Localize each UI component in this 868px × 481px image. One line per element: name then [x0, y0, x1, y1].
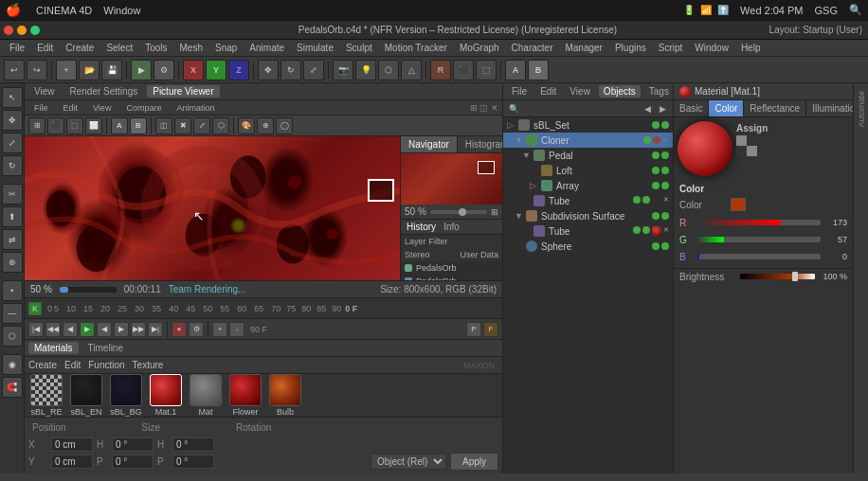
vtab-automate[interactable]: Automate	[856, 87, 867, 132]
pv-edit[interactable]: Edit	[58, 102, 84, 114]
menu-edit[interactable]: Edit	[31, 41, 59, 55]
tab-timeline[interactable]: Timeline	[82, 342, 129, 354]
pv-tb-7[interactable]: ◫	[155, 117, 172, 134]
menu-window[interactable]: Window	[689, 41, 734, 55]
obj-item-sbl-set[interactable]: ▷ sBL_Set	[503, 117, 673, 133]
mat-item-sbl-bg[interactable]: sBL_BG	[110, 374, 142, 417]
mat-function[interactable]: Function	[88, 360, 124, 370]
mat-item-mat[interactable]: Mat	[190, 374, 222, 417]
pin-btn[interactable]: P	[466, 322, 481, 337]
prev-key-btn[interactable]: ◀◀	[45, 322, 61, 337]
omtab-objects[interactable]: Objects	[599, 85, 641, 98]
menu-select[interactable]: Select	[100, 41, 138, 55]
menu-animate[interactable]: Animate	[244, 41, 290, 55]
mat-ed-reflectance[interactable]: Reflectance	[744, 100, 806, 116]
render-view-btn[interactable]: R	[430, 60, 451, 80]
pv-tb-13[interactable]: ◯	[276, 117, 293, 134]
pos-x[interactable]: 0 cm	[51, 437, 93, 452]
search-icon[interactable]: 🔍	[849, 4, 862, 16]
zoom-progress[interactable]	[60, 287, 117, 293]
tab-render-settings[interactable]: Render Settings	[64, 85, 144, 98]
menu-create[interactable]: Create	[60, 41, 99, 55]
play-reverse-btn[interactable]: ◀	[97, 322, 112, 337]
poly-mode[interactable]: ⬡	[2, 326, 23, 347]
new-btn[interactable]: +	[56, 60, 77, 80]
key-green[interactable]: K	[28, 302, 42, 315]
menu-motion-tracker[interactable]: Motion Tracker	[379, 41, 453, 55]
pv-compare[interactable]: Compare	[120, 102, 167, 114]
pv-file[interactable]: File	[28, 102, 54, 114]
obj-item-pedal[interactable]: ▼ Pedal	[503, 148, 673, 163]
b-slider[interactable]	[696, 254, 821, 259]
extrude-tool[interactable]: ⬆	[2, 206, 23, 227]
om-search[interactable]: 🔍	[507, 102, 520, 116]
size-h[interactable]: 0 °	[112, 437, 154, 452]
omtab-edit[interactable]: Edit	[535, 85, 561, 98]
pv-view[interactable]: View	[87, 102, 117, 114]
tab-histogram[interactable]: Histogram	[458, 136, 502, 152]
pv-tb-11[interactable]: 🎨	[238, 117, 255, 134]
auto-key-btn[interactable]: ⚙	[189, 322, 204, 337]
tab-view[interactable]: View	[28, 85, 61, 98]
brightness-slider[interactable]	[740, 274, 815, 279]
undo-btn[interactable]: ↩	[4, 60, 25, 80]
viewport-solo[interactable]: ◉	[2, 354, 23, 375]
pos-y[interactable]: 0 cm	[51, 454, 93, 469]
fx-btn[interactable]: F	[483, 322, 498, 337]
omtab-view[interactable]: View	[565, 85, 595, 98]
om-nav-prev[interactable]: ◀	[641, 102, 654, 116]
menu-simulate[interactable]: Simulate	[291, 41, 339, 55]
pv-alpha[interactable]: A	[111, 117, 128, 134]
tab-picture-viewer[interactable]: Picture Viewer	[147, 85, 219, 98]
omtab-tags[interactable]: Tags	[644, 85, 674, 98]
snap-tool[interactable]: 🧲	[2, 377, 23, 398]
render-settings-btn[interactable]: ⚙	[154, 60, 174, 80]
nav-item-1[interactable]: PedalsOrb	[401, 261, 502, 275]
obj-item-subd[interactable]: ▼ Subdivision Surface	[503, 208, 673, 223]
nav-zoom-slider[interactable]	[430, 210, 487, 214]
pv-tb-9[interactable]: ⤢	[193, 117, 210, 134]
pv-tb-8[interactable]: ✖	[174, 117, 191, 134]
menu-mesh[interactable]: Mesh	[174, 41, 208, 55]
mat-ed-color[interactable]: Color	[709, 100, 744, 116]
tab-materials[interactable]: Materials	[28, 342, 79, 354]
obj-item-array[interactable]: ▷ Array	[503, 178, 673, 193]
scale-btn[interactable]: ⤢	[303, 60, 324, 80]
pv-animation[interactable]: Animation	[171, 102, 220, 114]
pv-tb-12[interactable]: ⊕	[257, 117, 274, 134]
menu-help[interactable]: Help	[735, 41, 767, 55]
add-key-btn[interactable]: +	[212, 322, 227, 337]
point-mode[interactable]: •	[2, 280, 23, 301]
poly-btn[interactable]: △	[401, 60, 422, 80]
pv-tb-10[interactable]: ⬡	[212, 117, 229, 134]
mat-ed-basic[interactable]: Basic	[674, 100, 709, 116]
nav-preview-region[interactable]	[478, 161, 495, 174]
mat-item-sbl-en[interactable]: sBL_EN	[70, 374, 102, 417]
rotate-tool-left[interactable]: ↻	[2, 155, 23, 176]
object-type-select[interactable]: Object (Rel)	[371, 454, 446, 470]
obj-item-sphere[interactable]: Sphere	[503, 239, 673, 254]
mat-texture[interactable]: Texture	[133, 360, 164, 370]
magnet-tool[interactable]: ⊕	[2, 252, 23, 273]
size-p[interactable]: 0 °	[112, 454, 154, 469]
mat-item-mat1[interactable]: Mat.1	[150, 374, 182, 417]
tab-history[interactable]: History	[405, 222, 438, 232]
menu-tools[interactable]: Tools	[139, 41, 172, 55]
pv-tb-3[interactable]: ⬚	[66, 117, 83, 134]
obj-item-loft[interactable]: Loft	[503, 163, 673, 178]
pv-tb-1[interactable]: ⊞	[28, 117, 45, 134]
g-slider[interactable]	[696, 237, 821, 242]
obj-btn[interactable]: ⬡	[378, 60, 399, 80]
goto-end-btn[interactable]: ▶|	[148, 322, 163, 337]
render-viewport[interactable]: ↖	[25, 136, 400, 280]
r-slider[interactable]	[696, 220, 821, 225]
prev-frame-btn[interactable]: ◀	[63, 322, 78, 337]
del-key-btn[interactable]: -	[229, 322, 244, 337]
menu-sculpt[interactable]: Sculpt	[340, 41, 378, 55]
knife-tool[interactable]: ✂	[2, 184, 23, 205]
play-btn[interactable]: ▶	[80, 322, 95, 337]
mat-item-flower[interactable]: Flower	[229, 374, 262, 417]
pv-icons[interactable]: ⊞ ◫ ✕	[470, 103, 498, 113]
menu-script[interactable]: Script	[653, 41, 689, 55]
rot-p[interactable]: 0 °	[172, 454, 214, 469]
